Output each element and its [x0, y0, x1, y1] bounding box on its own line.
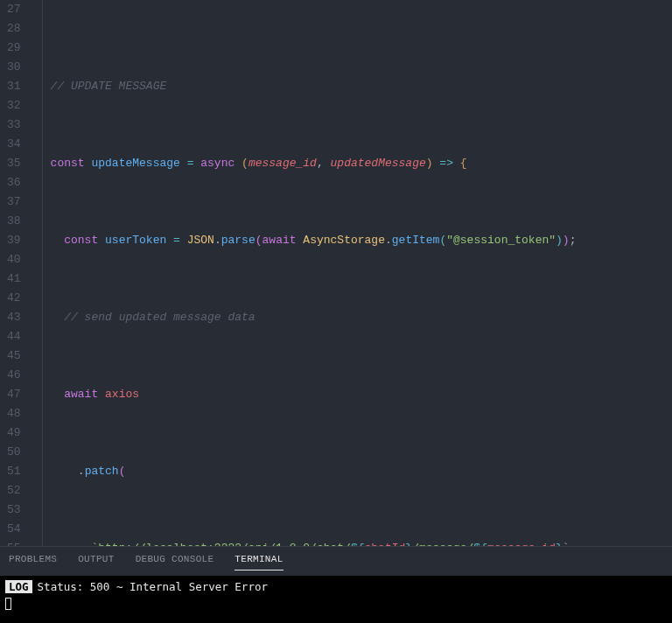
- line-number: 38: [7, 212, 21, 231]
- terminal-cursor-line: [5, 595, 667, 611]
- line-number: 29: [7, 38, 21, 58]
- terminal-line: LOGStatus: 500 ~ Internal Server Error: [5, 579, 667, 595]
- line-number: 37: [7, 192, 21, 212]
- line-number: 49: [7, 424, 21, 443]
- panel-tab-bar: PROBLEMS OUTPUT DEBUG CONSOLE TERMINAL: [0, 547, 672, 576]
- code-line: await axios: [35, 385, 672, 404]
- line-number: 28: [7, 19, 21, 38]
- line-number: 52: [7, 481, 21, 500]
- line-number: 35: [7, 154, 21, 173]
- line-number-gutter: 2728293031323334353637383940414243444546…: [0, 0, 35, 546]
- line-number: 32: [7, 96, 21, 116]
- code-line: // UPDATE MESSAGE: [35, 77, 672, 96]
- line-number: 36: [7, 173, 21, 192]
- log-message: Status: 500 ~ Internal Server Error: [38, 580, 268, 593]
- terminal-cursor: [5, 598, 11, 610]
- terminal-output[interactable]: LOGStatus: 500 ~ Internal Server Error: [0, 576, 672, 623]
- line-number: 41: [7, 270, 21, 289]
- bottom-panel: PROBLEMS OUTPUT DEBUG CONSOLE TERMINAL L…: [0, 546, 672, 623]
- line-number: 53: [7, 500, 21, 520]
- line-number: 48: [7, 404, 21, 424]
- code-line: .patch(: [35, 462, 672, 481]
- line-number: 33: [7, 116, 21, 135]
- line-number: 54: [7, 520, 21, 539]
- code-editor[interactable]: 2728293031323334353637383940414243444546…: [0, 0, 672, 546]
- line-number: 47: [7, 385, 21, 404]
- line-number: 45: [7, 346, 21, 366]
- line-number: 46: [7, 366, 21, 385]
- code-line: const updateMessage = async (message_id,…: [35, 154, 672, 173]
- line-number: 43: [7, 308, 21, 327]
- line-number: 50: [7, 443, 21, 462]
- code-line: // send updated message data: [35, 308, 672, 327]
- code-line: const userToken = JSON.parse(await Async…: [35, 231, 672, 250]
- log-badge: LOG: [5, 580, 32, 593]
- line-number: 39: [7, 231, 21, 250]
- tab-debug-console[interactable]: DEBUG CONSOLE: [136, 554, 214, 570]
- line-number: 30: [7, 58, 21, 77]
- line-number: 34: [7, 135, 21, 154]
- code-line: `http://localhost:3333/api/1.0.0/chat/${…: [35, 539, 672, 546]
- line-number: 40: [7, 250, 21, 270]
- line-number: 51: [7, 462, 21, 481]
- tab-terminal[interactable]: TERMINAL: [234, 554, 283, 570]
- tab-output[interactable]: OUTPUT: [78, 554, 114, 570]
- line-number: 55: [7, 539, 21, 546]
- line-number: 31: [7, 77, 21, 96]
- indent-guide: [42, 0, 43, 546]
- line-number: 44: [7, 327, 21, 346]
- tab-problems[interactable]: PROBLEMS: [9, 554, 57, 570]
- line-number: 27: [7, 0, 21, 19]
- code-area[interactable]: // UPDATE MESSAGE const updateMessage = …: [35, 0, 672, 546]
- line-number: 42: [7, 289, 21, 308]
